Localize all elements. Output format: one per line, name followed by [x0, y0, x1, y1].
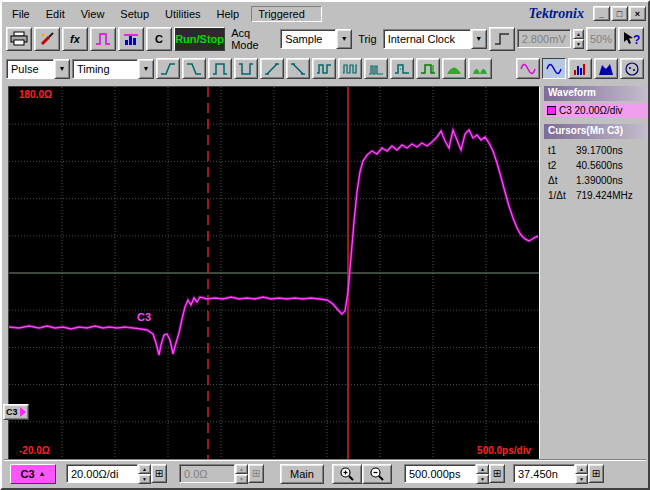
vertical-scale-keypad-icon[interactable]: ⊞ [151, 464, 167, 483]
spin-down-icon[interactable]: ▼ [575, 474, 588, 484]
menu-help[interactable]: Help [209, 6, 248, 22]
context-help-button[interactable]: ? [618, 27, 644, 51]
print-button[interactable] [6, 27, 32, 51]
spin-up-icon[interactable]: ▲ [573, 29, 584, 39]
measure-positive-width-button[interactable] [208, 58, 232, 79]
rising-slope-icon [494, 31, 510, 47]
trigger-status: Triggered [251, 6, 322, 22]
toolbar-measure: Pulse ▼ Timing ▼ [6, 55, 644, 82]
horizontal-scale-field[interactable]: 500.000ps [404, 464, 476, 483]
waveform-entry[interactable]: C3 20.00Ω/div [544, 103, 647, 118]
measure-fall-time-button[interactable] [182, 58, 206, 79]
readout-row-t2: t2 40.5600ns [544, 158, 647, 173]
area-icon [446, 61, 462, 77]
brand-logo: Tektronix [529, 6, 585, 22]
measure-negative-width-button[interactable] [234, 58, 258, 79]
sine-icon [520, 61, 536, 77]
spin-up-icon[interactable]: ▲ [138, 464, 151, 474]
spin-down-icon[interactable]: ▼ [138, 474, 151, 484]
readout-name: t1 [548, 145, 576, 156]
define-math-button[interactable]: fx [62, 27, 88, 51]
measure-rise-slew-button[interactable] [260, 58, 284, 79]
trigger-slope-button[interactable] [489, 27, 515, 51]
measure-category-combo[interactable]: Timing ▼ [72, 59, 154, 79]
spin-down-icon[interactable]: ▼ [573, 39, 584, 49]
main-timebase-button[interactable]: Main [280, 464, 324, 484]
menu-utilities[interactable]: Utilities [157, 6, 208, 22]
horizontal-scale-keypad-icon[interactable]: ⊞ [489, 464, 505, 483]
waveform-view-button[interactable] [542, 58, 566, 79]
fall-slew-icon [290, 61, 306, 77]
signal-type-dropdown-icon[interactable]: ▼ [54, 59, 70, 79]
spin-up-icon[interactable]: ▲ [575, 464, 588, 474]
burst-width-icon [368, 61, 384, 77]
amplitude-icon [420, 61, 436, 77]
horizontal-position-field[interactable]: 37.450n [513, 464, 575, 483]
help-pointer-icon: ? [622, 31, 640, 47]
acq-mode-label: Acq Mode [227, 27, 278, 51]
spin-up-icon[interactable]: ▲ [476, 464, 489, 474]
vertical-scale-field[interactable]: 20.00Ω/di [66, 464, 138, 483]
mask-test-button[interactable] [594, 58, 618, 79]
eye-dots-icon [624, 61, 640, 77]
svg-text:?: ? [633, 33, 640, 47]
maximize-button[interactable]: □ [611, 6, 628, 21]
channel-select-label: C3 [21, 468, 35, 480]
waveform-view-icon [546, 61, 562, 77]
fall-time-icon [186, 61, 202, 77]
measure-fall-slew-button[interactable] [286, 58, 310, 79]
histogram-button[interactable] [118, 27, 144, 51]
waveform-entry-label: C3 20.00Ω/div [559, 105, 623, 116]
waveform-panel-header: Waveform [544, 86, 647, 101]
histogram-view-button[interactable] [568, 58, 592, 79]
measure-category-dropdown-icon[interactable]: ▼ [138, 59, 154, 79]
measure-frequency-button[interactable] [338, 58, 362, 79]
signal-type-combo[interactable]: Pulse ▼ [6, 59, 70, 79]
clear-button[interactable]: C [146, 27, 172, 51]
menu-edit[interactable]: Edit [38, 6, 73, 22]
spin-up-icon: ▲ [235, 464, 248, 474]
graticule-display[interactable]: 180.0Ω -20.0Ω 500.0ps/div C3 [8, 86, 540, 460]
trigger-source-value: Internal Clock [383, 29, 471, 49]
channel-marker-handle[interactable]: C3 [3, 404, 29, 420]
readout-row-t1: t1 39.1700ns [544, 143, 647, 158]
sine-view-button[interactable] [516, 58, 540, 79]
oscilloscope-window: File Edit View Setup Utilities Help Trig… [0, 0, 650, 490]
printer-icon [10, 31, 28, 47]
trigger-source-combo[interactable]: Internal Clock ▼ [383, 29, 487, 49]
measure-period-button[interactable] [312, 58, 336, 79]
trig-label: Trig [354, 33, 381, 45]
readout-name: t2 [548, 160, 576, 171]
fx-icon: fx [70, 33, 80, 45]
acq-mode-combo[interactable]: Sample ▼ [280, 29, 352, 49]
setup-tools-button[interactable] [34, 27, 60, 51]
spin-down-icon[interactable]: ▼ [476, 474, 489, 484]
readout-value: 1.39000ns [576, 175, 643, 186]
zoom-out-button[interactable] [362, 464, 392, 484]
measure-duty-cycle-button[interactable] [390, 58, 414, 79]
trigger-source-dropdown-icon[interactable]: ▼ [471, 29, 487, 49]
trigger-level-field: 2.800mV [517, 29, 571, 48]
measure-burst-width-button[interactable] [364, 58, 388, 79]
close-button[interactable]: × [629, 6, 646, 21]
signal-type-value: Pulse [6, 59, 54, 79]
horizontal-position-keypad-icon[interactable]: ⊞ [588, 464, 604, 483]
trigger-level-spinner: ▲ ▼ [573, 29, 584, 49]
waveform-database-button[interactable] [90, 27, 116, 51]
acq-mode-dropdown-icon[interactable]: ▼ [336, 29, 352, 49]
menu-file[interactable]: File [4, 6, 38, 22]
run-stop-button[interactable]: Run/Stop [174, 27, 225, 51]
zoom-in-button[interactable] [332, 464, 362, 484]
channel-marker-arrow-icon [20, 407, 26, 417]
measure-area-button[interactable] [442, 58, 466, 79]
measure-cycle-area-button[interactable] [468, 58, 492, 79]
measure-amplitude-button[interactable] [416, 58, 440, 79]
eye-diagram-button[interactable] [620, 58, 644, 79]
readout-panel: Waveform C3 20.00Ω/div Cursors(Mn C3) t1… [544, 86, 647, 460]
readout-name: 1/Δt [548, 190, 576, 201]
minimize-button[interactable]: _ [593, 6, 610, 21]
menu-setup[interactable]: Setup [112, 6, 157, 22]
menu-view[interactable]: View [73, 6, 113, 22]
channel-select-button[interactable]: C3 ▲ [10, 464, 56, 484]
measure-rise-time-button[interactable] [156, 58, 180, 79]
